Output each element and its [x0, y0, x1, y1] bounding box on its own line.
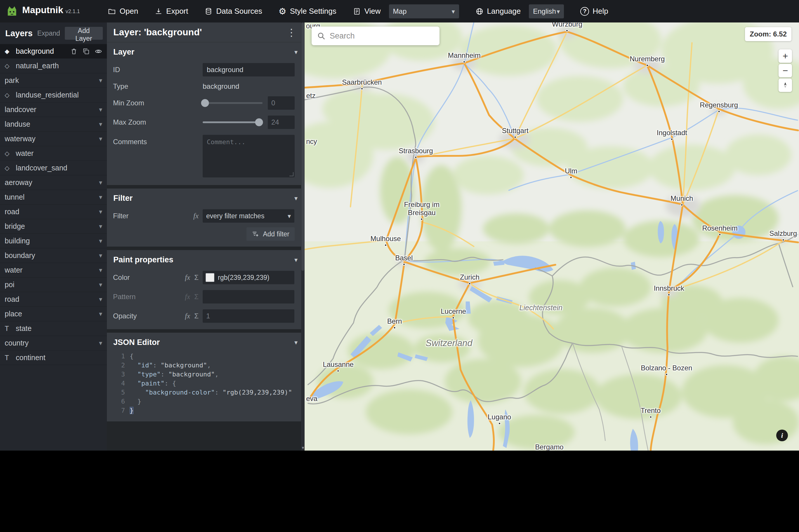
min-zoom-slider[interactable]	[203, 102, 262, 104]
chevron-down-icon[interactable]: ▾	[99, 339, 102, 347]
layers-header: Layers Expand Add Layer	[0, 22, 107, 44]
id-input[interactable]	[203, 63, 295, 76]
layer-label: road	[5, 208, 99, 216]
layer-row[interactable]: state ▾	[0, 321, 107, 336]
max-zoom-slider[interactable]	[203, 121, 262, 123]
layer-row[interactable]: boundary ▾	[0, 248, 107, 263]
min-zoom-slider-thumb[interactable]	[201, 99, 209, 107]
open-button[interactable]: Open	[108, 7, 138, 16]
section-layer-header[interactable]: Layer	[107, 42, 304, 60]
export-button[interactable]: Export	[154, 7, 188, 16]
layer-row[interactable]: landcover_sand ▾	[0, 161, 107, 175]
data-sources-button[interactable]: Data Sources	[204, 7, 262, 16]
chevron-down-icon[interactable]: ▾	[99, 310, 102, 318]
chevron-down-icon[interactable]: ▾	[99, 120, 102, 128]
chevron-down-icon[interactable]: ▾	[99, 296, 102, 303]
json-code[interactable]: 1{2 "id": "background",3 "type": "backgr…	[107, 350, 304, 421]
pattern-input[interactable]	[203, 290, 294, 304]
sigma-icon[interactable]	[194, 293, 199, 301]
fx-icon[interactable]	[185, 312, 190, 320]
layer-row[interactable]: waterway ▾	[0, 132, 107, 146]
comments-textarea[interactable]	[203, 135, 295, 177]
delete-layer-icon[interactable]	[70, 48, 78, 55]
color-input[interactable]: rgb(239,239,239)	[203, 271, 294, 284]
scrollbar-track[interactable]	[301, 22, 304, 451]
layer-row[interactable]: country ▾	[0, 336, 107, 350]
opacity-input[interactable]	[203, 309, 294, 323]
min-zoom-input[interactable]	[268, 96, 295, 110]
add-filter-button[interactable]: Add filter	[246, 227, 295, 241]
language-select[interactable]: English	[529, 4, 564, 18]
chevron-down-icon[interactable]: ▾	[99, 77, 102, 84]
layer-row[interactable]: park ▾	[0, 73, 107, 88]
chevron-down-icon[interactable]: ▾	[99, 252, 102, 260]
view-select[interactable]: Map	[389, 4, 459, 18]
filter-combinator-select[interactable]: every filter matches	[203, 209, 294, 223]
section-paint-header[interactable]: Paint properties	[107, 250, 304, 268]
layer-row[interactable]: water ▾	[0, 263, 107, 278]
map-search[interactable]	[312, 26, 440, 45]
section-paint: Paint properties Color rgb(239,239,239)	[107, 250, 304, 329]
layer-row[interactable]: natural_earth ▾	[0, 59, 107, 73]
sigma-icon[interactable]	[194, 273, 199, 282]
layer-row[interactable]: landcover ▾	[0, 102, 107, 117]
layer-row[interactable]: landuse_residential ▾	[0, 88, 107, 102]
color-swatch[interactable]	[206, 273, 215, 282]
compass-button[interactable]	[779, 78, 792, 92]
brand[interactable]: Maputnik v2.1.1	[0, 5, 80, 18]
layer-label: bridge	[5, 222, 99, 230]
chevron-down-icon[interactable]: ▾	[99, 135, 102, 143]
color-value: rgb(239,239,239)	[218, 274, 269, 282]
help-button[interactable]: Help	[580, 7, 608, 16]
chevron-down-icon[interactable]: ▾	[99, 193, 102, 201]
section-filter-header[interactable]: Filter	[107, 189, 304, 206]
layer-row[interactable]: aeroway ▾	[0, 175, 107, 190]
layer-row[interactable]: tunnel ▾	[0, 190, 107, 205]
help-label: Help	[593, 7, 608, 16]
chevron-down-icon[interactable]: ▾	[99, 223, 102, 230]
search-icon	[317, 32, 326, 40]
layer-row[interactable]: poi ▾	[0, 278, 107, 292]
duplicate-layer-icon[interactable]	[82, 48, 90, 55]
scroll-down-arrow[interactable]	[301, 445, 304, 450]
zoom-out-button[interactable]: −	[779, 64, 792, 77]
fx-icon[interactable]	[193, 212, 199, 220]
layer-row[interactable]: background ▾	[0, 44, 107, 59]
kebab-menu-icon[interactable]	[285, 26, 298, 38]
layer-row[interactable]: water ▾	[0, 146, 107, 161]
sigma-icon[interactable]	[194, 312, 199, 320]
search-input[interactable]	[330, 32, 436, 41]
layer-row[interactable]: building ▾	[0, 234, 107, 248]
layer-row[interactable]: road ▾	[0, 205, 107, 219]
chevron-down-icon[interactable]: ▾	[99, 106, 102, 114]
max-zoom-slider-thumb[interactable]	[255, 118, 263, 126]
layer-row[interactable]: road ▾	[0, 292, 107, 307]
layer-row[interactable]: landuse ▾	[0, 117, 107, 132]
chevron-down-icon[interactable]: ▾	[99, 237, 102, 245]
fx-icon[interactable]	[185, 293, 190, 301]
view-button[interactable]: View	[353, 7, 381, 16]
filter-combinator-value: every filter matches	[206, 212, 264, 220]
toggle-visibility-icon[interactable]	[95, 48, 102, 55]
fx-icon[interactable]	[185, 273, 190, 282]
add-layer-button[interactable]: Add Layer	[65, 27, 103, 40]
language-select-value: English	[533, 7, 556, 16]
chevron-down-icon[interactable]: ▾	[99, 281, 102, 289]
layer-row[interactable]: place ▾	[0, 307, 107, 321]
chevron-down-icon[interactable]: ▾	[99, 179, 102, 187]
chevron-down-icon[interactable]: ▾	[99, 266, 102, 274]
style-settings-button[interactable]: Style Settings	[279, 6, 336, 16]
expand-button[interactable]: Expand	[37, 30, 60, 37]
map-viewport[interactable]: ourg Würzburg Mannheim Nuremberg	[304, 22, 799, 451]
attribution-info-button[interactable]: i	[776, 430, 788, 441]
language-button[interactable]: Language	[476, 7, 521, 16]
chevron-down-icon[interactable]: ▾	[99, 208, 102, 216]
zoom-in-button[interactable]: +	[779, 49, 792, 63]
scrollbar-thumb[interactable]	[301, 22, 304, 271]
layer-row[interactable]: bridge ▾	[0, 219, 107, 234]
max-zoom-input[interactable]	[268, 116, 295, 129]
section-json-header[interactable]: JSON Editor	[107, 333, 304, 350]
layer-editor-title: Layer: 'background'	[113, 27, 285, 38]
layer-row[interactable]: continent ▾	[0, 350, 107, 365]
map-canvas[interactable]	[304, 22, 799, 451]
